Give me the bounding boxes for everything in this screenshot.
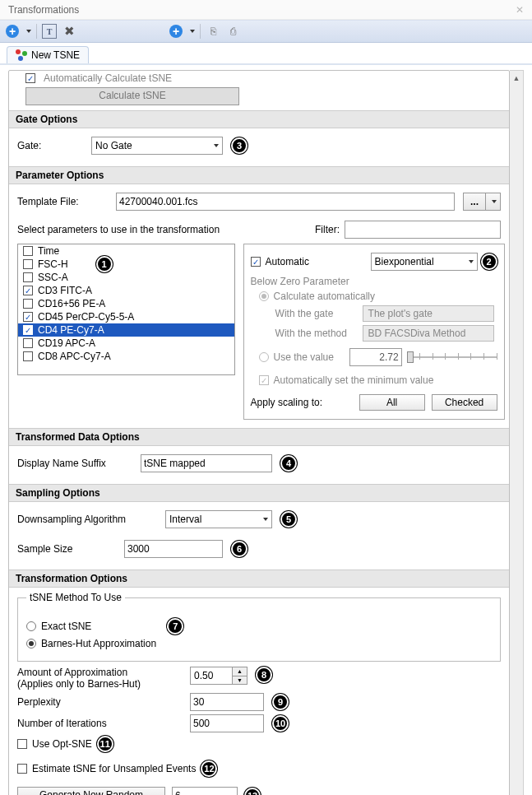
use-optsne-checkbox[interactable] xyxy=(17,739,27,749)
with-method-value: BD FACSDiva Method xyxy=(363,325,494,342)
close-icon[interactable]: ✕ xyxy=(516,4,524,16)
parameter-options-header: Parameter Options xyxy=(9,166,509,184)
parameters-listbox[interactable]: TimeFSC-HSSC-A✓CD3 FITC-ACD16+56 PE-A✓CD… xyxy=(17,244,235,375)
chevron-down-icon xyxy=(469,260,474,263)
auto-calc-label: Automatically Calculate tSNE xyxy=(44,72,172,84)
calc-auto-label: Calculate automatically xyxy=(274,291,375,302)
apply-all-button[interactable]: All xyxy=(359,394,425,411)
parameter-label: Time xyxy=(38,245,59,257)
parameter-checkbox[interactable]: ✓ xyxy=(23,325,33,335)
tab-new-tsne[interactable]: New TSNE xyxy=(7,46,89,63)
barnes-hut-label: Barnes-Hut Approximation xyxy=(41,638,156,649)
template-file-label: Template File: xyxy=(17,196,108,207)
exact-tsne-radio[interactable] xyxy=(26,621,36,631)
calc-auto-radio xyxy=(259,291,269,301)
callout-12: 12 xyxy=(201,760,217,777)
parameter-checkbox[interactable]: ✓ xyxy=(23,286,33,295)
apply-checked-button[interactable]: Checked xyxy=(432,394,497,411)
use-optsne-label: Use Opt-SNE xyxy=(32,738,92,750)
sample-size-label: Sample Size xyxy=(17,543,116,555)
paste-icon[interactable]: ⎙ xyxy=(225,24,240,39)
automatic-scaling-checkbox[interactable]: ✓ xyxy=(251,257,261,267)
suffix-label: Display Name Suffix xyxy=(17,458,132,469)
callout-4: 4 xyxy=(280,455,297,472)
add-button[interactable]: + xyxy=(5,24,20,39)
parameter-row[interactable]: CD19 APC-A xyxy=(18,337,234,350)
spin-down-icon[interactable]: ▼ xyxy=(233,676,247,685)
approx-spinner[interactable]: ▲▼ xyxy=(190,667,247,685)
tab-label: New TSNE xyxy=(31,49,80,61)
seed-input[interactable] xyxy=(172,787,238,795)
filter-input[interactable] xyxy=(345,221,501,239)
copy-icon[interactable]: ⎘ xyxy=(206,24,220,39)
template-file-browse-button[interactable]: ... xyxy=(463,193,486,211)
parameter-row[interactable]: ✓CD3 FITC-A xyxy=(18,284,234,297)
window-title: Transformations xyxy=(8,4,79,16)
template-file-input[interactable] xyxy=(116,193,455,211)
add-secondary-button[interactable]: + xyxy=(169,24,183,39)
use-value-slider xyxy=(407,350,497,365)
vertical-scrollbar[interactable]: ▲ ▼ xyxy=(510,70,524,795)
add-dropdown-icon[interactable] xyxy=(26,30,31,33)
use-value-input xyxy=(349,348,402,366)
parameter-row[interactable]: CD8 APC-Cy7-A xyxy=(18,350,234,363)
spin-up-icon[interactable]: ▲ xyxy=(233,667,247,676)
callout-3: 3 xyxy=(231,137,247,154)
gate-options-header: Gate Options xyxy=(9,110,509,128)
estimate-unsampled-checkbox[interactable] xyxy=(17,764,27,774)
parameter-row[interactable]: SSC-A xyxy=(18,271,234,284)
parameter-checkbox[interactable] xyxy=(23,246,33,256)
template-file-dropdown[interactable] xyxy=(486,193,501,211)
parameter-checkbox[interactable] xyxy=(23,351,33,361)
parameter-checkbox[interactable] xyxy=(23,259,33,269)
generate-seed-button[interactable]: Generate New Random Seed xyxy=(17,787,165,795)
sample-size-input[interactable] xyxy=(124,540,223,558)
parameter-label: CD16+56 PE-A xyxy=(38,298,105,309)
parameter-checkbox[interactable] xyxy=(23,272,33,282)
parameter-checkbox[interactable] xyxy=(23,338,33,348)
parameter-row[interactable]: Time xyxy=(18,244,234,258)
main-toolbar: + T ✖ + ⎘ ⎙ xyxy=(0,20,532,43)
approx-value[interactable] xyxy=(191,667,232,684)
auto-calc-checkbox[interactable]: ✓ xyxy=(25,73,35,83)
iterations-input[interactable] xyxy=(190,714,264,732)
parameter-row[interactable]: ✓CD45 PerCP-Cy5-5-A xyxy=(18,310,234,323)
barnes-hut-radio[interactable] xyxy=(26,639,36,649)
iterations-label: Number of Iterations xyxy=(17,718,182,729)
with-method-label: With the method xyxy=(275,328,358,339)
callout-2: 2 xyxy=(481,253,497,270)
tsne-icon xyxy=(16,49,27,61)
perplexity-input[interactable] xyxy=(190,693,264,711)
parameter-label: SSC-A xyxy=(38,272,68,283)
delete-icon[interactable]: ✖ xyxy=(62,24,76,39)
scaling-type-select[interactable]: Biexponential xyxy=(371,253,478,271)
window-titlebar: Transformations ✕ xyxy=(0,0,532,20)
main-panel: ✓ Automatically Calculate tSNE Calculate… xyxy=(8,70,510,795)
suffix-input[interactable] xyxy=(141,454,272,472)
callout-5: 5 xyxy=(280,511,297,528)
parameter-row[interactable]: FSC-H xyxy=(18,258,234,271)
parameter-row[interactable]: CD16+56 PE-A xyxy=(18,297,234,310)
below-zero-header: Below Zero Parameter xyxy=(251,276,497,287)
callout-9: 9 xyxy=(272,694,289,710)
downsampling-select[interactable]: Interval xyxy=(165,510,272,528)
parameter-checkbox[interactable]: ✓ xyxy=(23,312,33,322)
downsampling-label: Downsampling Algorithm xyxy=(17,514,157,525)
filter-label: Filter: xyxy=(315,224,340,235)
parameter-row[interactable]: ✓CD4 PE-Cy7-A xyxy=(18,323,234,337)
gate-select[interactable]: No Gate xyxy=(91,137,223,155)
approx-label-1: Amount of Approximation xyxy=(17,667,127,678)
parameter-checkbox[interactable] xyxy=(23,299,33,309)
toolbar-separator xyxy=(200,24,201,39)
scroll-up-icon[interactable]: ▲ xyxy=(510,71,523,85)
add-secondary-dropdown-icon[interactable] xyxy=(190,30,195,33)
auto-min-checkbox: ✓ xyxy=(259,375,269,385)
parameter-label: CD45 PerCP-Cy5-5-A xyxy=(38,311,134,323)
rename-icon[interactable]: T xyxy=(42,24,57,39)
parameter-label: CD8 APC-Cy7-A xyxy=(38,351,111,362)
calculate-tsne-button[interactable]: Calculate tSNE xyxy=(25,87,239,105)
toolbar-separator xyxy=(36,24,37,39)
parameter-label: CD4 PE-Cy7-A xyxy=(38,324,104,336)
parameter-label: CD19 APC-A xyxy=(38,337,95,349)
scaling-panel: ✓ Automatic Biexponential 2 Below Zero P… xyxy=(243,244,505,420)
